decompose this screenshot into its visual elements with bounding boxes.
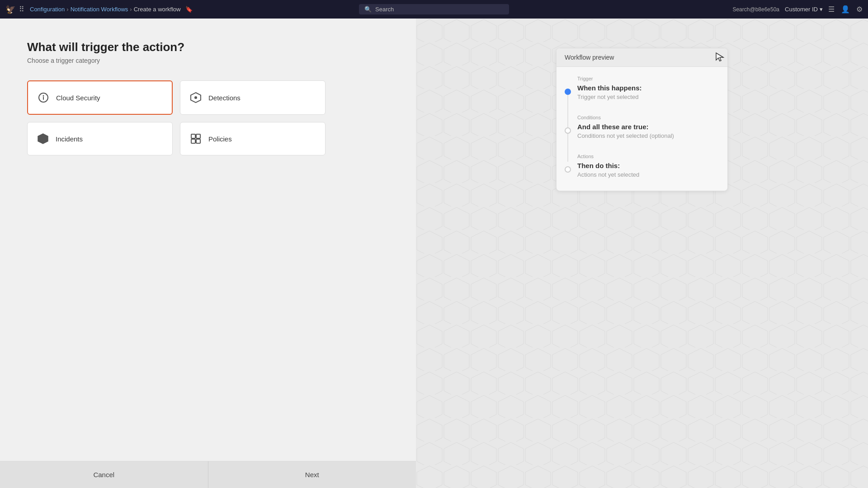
trigger-card-cloud-security[interactable]: Cloud Security <box>27 80 173 115</box>
trigger-card-detections[interactable]: Detections <box>180 80 326 115</box>
conditions-section-label: Conditions <box>577 115 719 120</box>
incidents-icon <box>37 132 49 145</box>
cancel-button[interactable]: Cancel <box>0 461 208 488</box>
main-container: What will trigger the action? Choose a t… <box>0 19 868 488</box>
svg-rect-8 <box>191 139 195 143</box>
workflow-trigger-section: Trigger When this happens: Trigger not y… <box>577 76 719 100</box>
conditions-dot <box>565 127 571 134</box>
svg-rect-7 <box>196 134 200 138</box>
customer-id-label: Customer ID <box>785 6 818 13</box>
conditions-title: And all these are true: <box>577 123 719 131</box>
breadcrumb-config[interactable]: Configuration <box>30 6 65 13</box>
notifications-icon[interactable]: ☰ <box>828 5 835 14</box>
trigger-card-incidents[interactable]: Incidents <box>27 122 173 155</box>
breadcrumb: Configuration › Notification Workflows ›… <box>30 6 193 13</box>
actions-title: Then do this: <box>577 162 719 169</box>
actions-dot <box>565 166 571 173</box>
policies-label: Policies <box>208 135 232 143</box>
detections-label: Detections <box>208 94 241 102</box>
trigger-desc: Trigger not yet selected <box>577 94 719 100</box>
next-button[interactable]: Next <box>208 461 416 488</box>
workflow-conditions-section: Conditions And all these are true: Condi… <box>577 115 719 139</box>
breadcrumb-notifications[interactable]: Notification Workflows <box>71 6 128 13</box>
app-logo: 🦅 <box>5 5 15 14</box>
search-bar[interactable]: 🔍 Search <box>359 4 509 14</box>
workflow-preview-body: Trigger When this happens: Trigger not y… <box>557 67 727 191</box>
search-label: Search <box>375 6 394 13</box>
customer-id-chevron: ▾ <box>820 6 823 13</box>
svg-point-4 <box>194 96 197 99</box>
policies-icon <box>189 132 202 145</box>
conditions-desc: Conditions not yet selected (optional) <box>577 132 719 139</box>
actions-section-label: Actions <box>577 154 719 159</box>
page-subtitle: Choose a trigger category <box>27 57 389 64</box>
cloud-security-label: Cloud Security <box>56 94 100 102</box>
detections-icon <box>189 91 202 104</box>
cloud-security-icon <box>37 91 50 104</box>
workflow-preview-header: Workflow preview <box>557 48 727 67</box>
breadcrumb-sep-1: › <box>66 6 68 13</box>
left-panel: What will trigger the action? Choose a t… <box>0 19 416 488</box>
user-icon[interactable]: 👤 <box>841 5 850 14</box>
trigger-grid: Cloud Security Detections <box>27 80 326 155</box>
search-id: Search@b8e6e50a <box>732 6 779 13</box>
menu-icon[interactable]: ⠿ <box>19 5 24 14</box>
actions-desc: Actions not yet selected <box>577 171 719 178</box>
trigger-section-label: Trigger <box>577 76 719 81</box>
customer-id-selector[interactable]: Customer ID ▾ <box>785 6 823 13</box>
workflow-preview-card: Workflow preview Trigger When this happe… <box>556 48 728 191</box>
incidents-label: Incidents <box>56 135 83 143</box>
workflow-actions-section: Actions Then do this: Actions not yet se… <box>577 154 719 178</box>
settings-icon[interactable]: ⚙ <box>856 5 863 14</box>
breadcrumb-sep-2: › <box>130 6 132 13</box>
svg-rect-6 <box>191 134 195 138</box>
page-title: What will trigger the action? <box>27 40 389 54</box>
svg-marker-5 <box>38 134 48 144</box>
svg-rect-9 <box>196 139 200 143</box>
top-navigation: 🦅 ⠿ Configuration › Notification Workflo… <box>0 0 868 19</box>
trigger-title: When this happens: <box>577 84 719 92</box>
bottom-bar: Cancel Next <box>0 461 416 488</box>
nav-icons: ☰ 👤 ⚙ <box>828 5 863 14</box>
trigger-card-policies[interactable]: Policies <box>180 122 326 155</box>
trigger-dot <box>565 89 571 95</box>
search-icon: 🔍 <box>364 6 372 13</box>
workflow-sections: Trigger When this happens: Trigger not y… <box>565 76 719 178</box>
bookmark-icon[interactable]: 🔖 <box>185 6 193 13</box>
nav-right: Search@b8e6e50a Customer ID ▾ ☰ 👤 ⚙ <box>732 5 863 14</box>
content-area: What will trigger the action? Choose a t… <box>0 19 416 488</box>
breadcrumb-current: Create a workflow <box>134 6 181 13</box>
right-panel: Workflow preview Trigger When this happe… <box>416 19 868 488</box>
